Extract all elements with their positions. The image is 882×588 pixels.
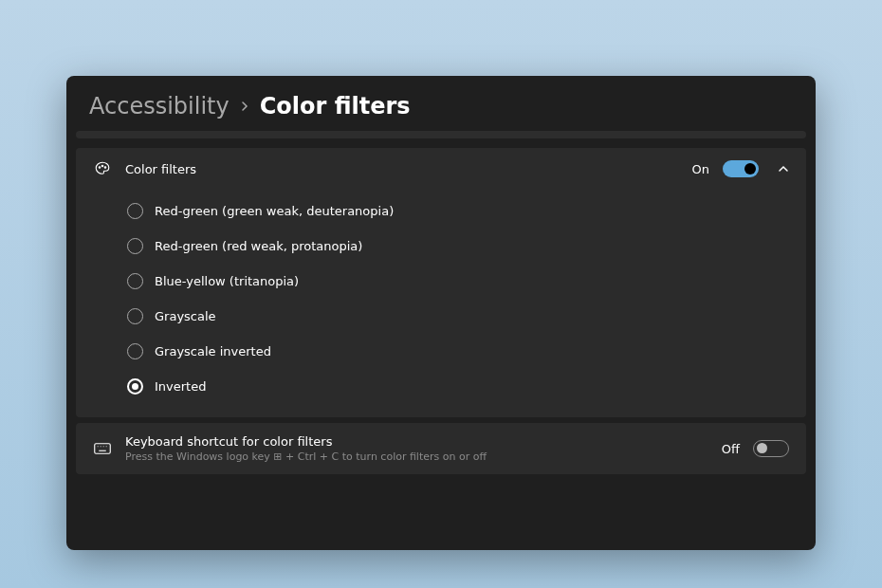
- radio-icon: [127, 308, 143, 324]
- color-filters-header[interactable]: Color filters On: [76, 148, 806, 190]
- radio-label: Red-green (green weak, deuteranopia): [155, 204, 394, 218]
- spacer-bar: [76, 131, 806, 138]
- settings-panel: Accessibility Color filters Color filter…: [66, 76, 816, 550]
- svg-rect-3: [95, 444, 111, 454]
- radio-option-grayscale-inverted[interactable]: Grayscale inverted: [127, 334, 806, 369]
- radio-icon: [127, 203, 143, 219]
- radio-label: Grayscale: [155, 309, 216, 323]
- radio-option-grayscale[interactable]: Grayscale: [127, 299, 806, 334]
- breadcrumb-parent[interactable]: Accessibility: [89, 93, 230, 119]
- color-filter-options: Red-green (green weak, deuteranopia) Red…: [76, 190, 806, 417]
- color-filters-toggle[interactable]: [723, 160, 759, 177]
- radio-icon: [127, 238, 143, 254]
- radio-label: Blue-yellow (tritanopia): [155, 274, 299, 288]
- palette-icon: [93, 159, 112, 178]
- radio-icon: [127, 378, 143, 395]
- color-filters-toggle-label: On: [692, 162, 709, 176]
- breadcrumb-current: Color filters: [260, 93, 411, 119]
- keyboard-shortcut-header[interactable]: Keyboard shortcut for color filters Pres…: [76, 423, 806, 474]
- keyboard-shortcut-toggle[interactable]: [753, 440, 789, 457]
- chevron-right-icon: [239, 97, 250, 116]
- radio-icon: [127, 343, 143, 359]
- svg-point-1: [101, 165, 103, 167]
- breadcrumb: Accessibility Color filters: [66, 76, 816, 131]
- keyboard-shortcut-description: Press the Windows logo key ⊞ + Ctrl + C …: [125, 450, 708, 463]
- keyboard-icon: [93, 439, 112, 458]
- color-filters-card: Color filters On Red-green (green weak, …: [76, 148, 806, 417]
- radio-option-protanopia[interactable]: Red-green (red weak, protanopia): [127, 229, 806, 264]
- keyboard-shortcut-title: Keyboard shortcut for color filters: [125, 434, 708, 449]
- chevron-up-icon[interactable]: [778, 163, 789, 175]
- radio-option-deuteranopia[interactable]: Red-green (green weak, deuteranopia): [127, 193, 806, 229]
- keyboard-shortcut-toggle-label: Off: [722, 442, 740, 456]
- radio-icon: [127, 273, 143, 289]
- radio-option-inverted[interactable]: Inverted: [127, 369, 806, 404]
- color-filters-title: Color filters: [125, 162, 679, 176]
- radio-label: Grayscale inverted: [155, 344, 271, 358]
- radio-label: Red-green (red weak, protanopia): [155, 239, 362, 253]
- keyboard-shortcut-card: Keyboard shortcut for color filters Pres…: [76, 423, 806, 474]
- radio-label: Inverted: [155, 379, 206, 394]
- svg-point-2: [104, 167, 106, 169]
- svg-point-0: [99, 167, 101, 169]
- radio-option-tritanopia[interactable]: Blue-yellow (tritanopia): [127, 264, 806, 299]
